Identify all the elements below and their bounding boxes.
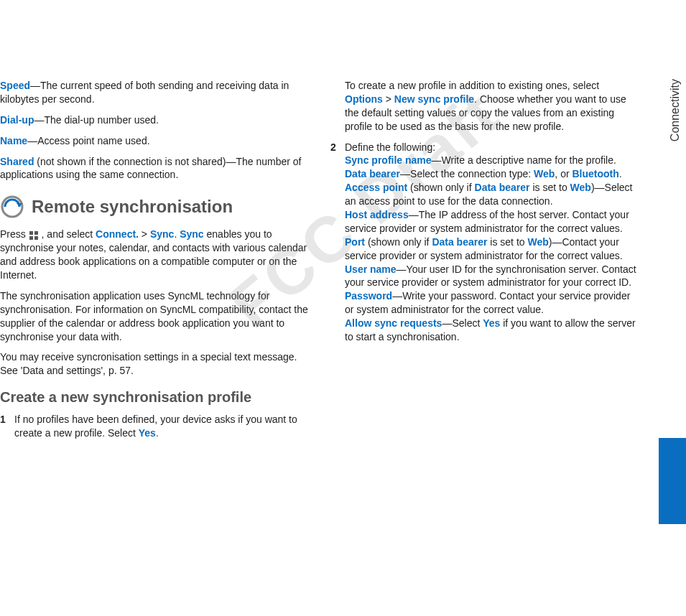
password-term: Password xyxy=(345,290,392,302)
sync-profile-name-term: Sync profile name xyxy=(345,154,432,166)
step-1-yes: Yes xyxy=(139,427,156,439)
asr-t1: —Select xyxy=(442,317,483,329)
step-1-number: 1 xyxy=(0,413,6,426)
press-a: Press xyxy=(0,228,29,240)
intro-para: To create a new profile in addition to e… xyxy=(330,79,639,134)
gt1: > xyxy=(139,228,150,240)
section-heading: Remote synchronisation xyxy=(0,195,309,219)
db-t1: —Select the connection type: xyxy=(400,168,534,179)
sync-icon xyxy=(0,195,24,219)
left-column: Speed—The current speed of both sending … xyxy=(0,79,309,446)
section-title: Remote synchronisation xyxy=(32,195,233,218)
sub-heading: Create a new synchronisation profile xyxy=(0,388,309,407)
ap-t2: is set to xyxy=(530,182,570,193)
sync-link-2: Sync xyxy=(180,228,203,240)
side-bar: Connectivity 89 xyxy=(659,0,686,446)
svg-rect-4 xyxy=(29,236,33,240)
syncml-para: The synchronisation application uses Syn… xyxy=(0,289,309,344)
right-column: To create a new profile in addition to e… xyxy=(330,79,639,446)
port-t2: is set to xyxy=(487,236,527,248)
newsync-link: New sync profile xyxy=(394,93,474,105)
port-web: Web xyxy=(527,236,548,248)
ap-t1: (shown only if xyxy=(407,182,474,193)
dialup-para: Dial-up—The dial-up number used. xyxy=(0,113,309,127)
speed-text: —The current speed of both sending and r… xyxy=(0,80,289,105)
access-point-term: Access point xyxy=(345,182,407,193)
step-2-number: 2 xyxy=(330,141,336,154)
text-columns: Speed—The current speed of both sending … xyxy=(0,0,659,446)
data-bearer-term: Data bearer xyxy=(345,168,400,179)
shared-para: Shared (not shown if the connection is n… xyxy=(0,155,309,182)
svg-rect-3 xyxy=(34,231,38,235)
intro-gt: > xyxy=(383,93,394,105)
spn-text: —Write a descriptive name for the profil… xyxy=(432,154,616,166)
bluetooth-link: Bluetooth xyxy=(572,168,618,179)
shared-text: (not shown if the connection is not shar… xyxy=(0,156,301,181)
name-para: Name—Access point name used. xyxy=(0,134,309,148)
port-term: Port xyxy=(345,236,365,248)
side-section-label: Connectivity xyxy=(669,79,682,141)
dialup-term: Dial-up xyxy=(0,114,34,126)
settings-msg-para: You may receive syncronisation settings … xyxy=(0,350,309,378)
side-accent-bar: 89 xyxy=(659,438,686,524)
sync-link-1: Sync xyxy=(150,228,174,240)
speed-para: Speed—The current speed of both sending … xyxy=(0,79,309,106)
web-link-1: Web xyxy=(534,168,555,179)
port-t1: (shown only if xyxy=(365,236,432,248)
db-t2: , or xyxy=(555,168,572,179)
page-content: Speed—The current speed of both sending … xyxy=(0,0,686,446)
step-1-b: . xyxy=(156,427,159,439)
name-text: —Access point name used. xyxy=(27,135,149,146)
menu-key-icon xyxy=(29,230,39,241)
svg-rect-2 xyxy=(29,231,33,235)
speed-term: Speed xyxy=(0,80,30,91)
step-1: 1 If no profiles have been defined, your… xyxy=(0,413,309,440)
intro-a: To create a new profile in addition to e… xyxy=(345,80,599,91)
ap-data-bearer: Data bearer xyxy=(475,182,530,193)
svg-rect-5 xyxy=(34,236,38,240)
steps-list-right: 2 Define the following: Sync profile nam… xyxy=(330,141,639,344)
shared-term: Shared xyxy=(0,156,34,167)
asr-yes: Yes xyxy=(483,317,500,329)
step-2: 2 Define the following: Sync profile nam… xyxy=(330,141,639,344)
connect-link: Connect. xyxy=(96,228,139,240)
step-2-a: Define the following: xyxy=(345,141,435,153)
db-t3: . xyxy=(619,168,622,179)
name-term: Name xyxy=(0,135,27,146)
dialup-text: —The dial-up number used. xyxy=(34,114,159,126)
port-data-bearer: Data bearer xyxy=(432,236,487,248)
steps-list-left: 1 If no profiles have been defined, your… xyxy=(0,413,309,440)
press-b: , and select xyxy=(39,228,96,240)
ap-web: Web xyxy=(570,182,591,193)
allow-sync-term: Allow sync requests xyxy=(345,317,442,329)
host-address-term: Host address xyxy=(345,209,409,220)
user-name-term: User name xyxy=(345,263,397,275)
options-link: Options xyxy=(345,93,383,105)
press-para: Press , and select Connect. > Sync. Sync… xyxy=(0,228,309,282)
